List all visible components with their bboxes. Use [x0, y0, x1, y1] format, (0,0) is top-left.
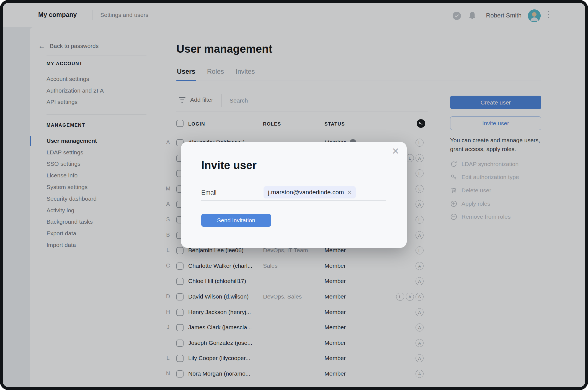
email-chip-value: j.marston@vanderlinde.com	[268, 189, 344, 196]
email-chip[interactable]: j.marston@vanderlinde.com ×	[264, 186, 356, 198]
remove-email-icon[interactable]: ×	[347, 188, 352, 196]
app: My company Settings and users Robert Smi…	[3, 3, 585, 387]
close-icon[interactable]: ×	[392, 145, 399, 157]
send-invitation-button[interactable]: Send invitation	[201, 214, 271, 227]
window-frame: My company Settings and users Robert Smi…	[0, 0, 588, 390]
invite-user-modal: × Invite user Email j.marston@vanderlind…	[181, 142, 407, 248]
modal-title: Invite user	[201, 159, 257, 172]
email-field-underline	[201, 200, 386, 201]
email-field-label: Email	[201, 189, 216, 196]
